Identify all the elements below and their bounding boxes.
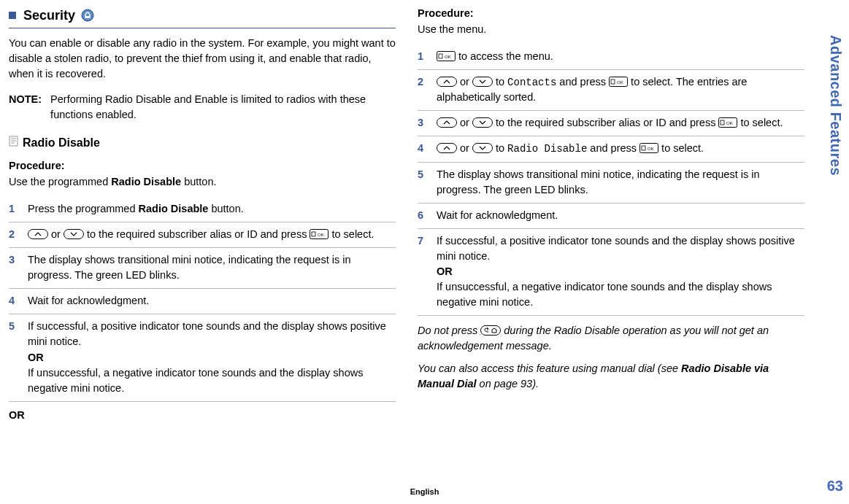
step-body: Wait for acknowledgment. xyxy=(437,208,804,223)
procedure-block-left: Procedure: Use the programmed Radio Disa… xyxy=(9,158,396,190)
svg-text:OK: OK xyxy=(445,55,451,59)
security-icon xyxy=(81,9,94,22)
italic-note-1: Do not press during the Radio Disable op… xyxy=(418,323,804,354)
svg-rect-29 xyxy=(481,325,501,335)
italic-note-2: You can also access this feature using m… xyxy=(418,361,804,392)
svg-rect-20 xyxy=(472,118,492,128)
down-button-icon xyxy=(64,229,84,241)
step-number: 2 xyxy=(418,74,428,105)
section-title: Security xyxy=(23,6,75,25)
right-step-4: 4 or to Radio Disable and press OK to se… xyxy=(418,136,804,162)
step-number: 2 xyxy=(9,227,19,242)
square-bullet-icon xyxy=(9,12,16,19)
ok-button-icon: OK xyxy=(718,117,737,130)
svg-rect-19 xyxy=(437,118,457,128)
procedure-label: Procedure: xyxy=(418,6,804,21)
or-separator: OR xyxy=(9,408,396,423)
svg-text:OK: OK xyxy=(726,121,733,125)
left-column: Security You can enable or disable any r… xyxy=(9,6,396,423)
step-body: The display shows transitional mini noti… xyxy=(28,252,396,283)
left-step-3: 3 The display shows transitional mini no… xyxy=(9,248,396,289)
note-text: Performing Radio Disable and Enable is l… xyxy=(50,92,396,123)
step-number: 1 xyxy=(418,49,428,64)
side-tab-label: Advanced Features xyxy=(825,35,846,176)
up-button-icon xyxy=(28,229,48,241)
down-button-icon xyxy=(472,117,493,130)
step-body: If successful, a positive indicator tone… xyxy=(437,233,804,310)
down-button-icon xyxy=(472,77,493,89)
subheading-row: Radio Disable xyxy=(9,134,396,151)
note-block: NOTE: Performing Radio Disable and Enabl… xyxy=(9,92,396,123)
step-number: 5 xyxy=(9,319,19,395)
procedure-text: Use the menu. xyxy=(418,22,804,37)
svg-rect-6 xyxy=(28,230,48,239)
svg-text:OK: OK xyxy=(648,147,654,151)
left-step-2: 2 or to the required subscriber alias or… xyxy=(9,222,396,248)
procedure-block-right: Procedure: Use the menu. xyxy=(418,6,804,37)
svg-rect-15 xyxy=(472,77,492,86)
step-number: 6 xyxy=(418,208,428,223)
right-column: Procedure: Use the menu. 1 OK to access … xyxy=(418,6,804,423)
document-icon xyxy=(9,136,18,150)
up-button-icon xyxy=(437,143,457,155)
note-label: NOTE: xyxy=(9,92,42,123)
left-step-4: 4 Wait for acknowledgment. xyxy=(9,289,396,314)
ok-button-icon: OK xyxy=(639,143,658,155)
step-number: 7 xyxy=(418,233,428,310)
step-body: Wait for acknowledgment. xyxy=(28,293,396,309)
right-step-6: 6 Wait for acknowledgment. xyxy=(418,203,804,229)
section-header: Security xyxy=(9,6,396,28)
subheading: Radio Disable xyxy=(23,134,100,151)
right-step-1: 1 OK to access the menu. xyxy=(418,44,804,70)
right-step-2: 2 or to Contacts and press OK to select.… xyxy=(418,70,804,111)
svg-rect-7 xyxy=(64,230,83,239)
step-number: 4 xyxy=(418,141,428,156)
step-number: 3 xyxy=(9,252,19,283)
svg-rect-24 xyxy=(437,144,457,153)
step-body: Press the programmed Radio Disable butto… xyxy=(28,201,396,217)
up-button-icon xyxy=(437,117,457,130)
ok-button-icon: OK xyxy=(310,229,329,241)
step-body: The display shows transitional mini noti… xyxy=(437,167,804,198)
page-number: 63 xyxy=(827,476,843,497)
procedure-text: Use the programmed Radio Disable button. xyxy=(9,174,396,190)
ok-button-icon: OK xyxy=(437,51,456,63)
step-body: or to Contacts and press OK to select. T… xyxy=(437,74,804,105)
step-body: If successful, a positive indicator tone… xyxy=(28,319,396,395)
step-number: 3 xyxy=(418,115,428,131)
svg-rect-14 xyxy=(437,77,457,86)
step-number: 5 xyxy=(418,167,428,198)
svg-text:OK: OK xyxy=(318,233,324,237)
left-step-5: 5 If successful, a positive indicator to… xyxy=(9,314,396,401)
step-body: or to the required subscriber alias or I… xyxy=(28,227,396,242)
right-step-5: 5 The display shows transitional mini no… xyxy=(418,163,804,203)
svg-point-0 xyxy=(82,9,93,21)
step-number: 4 xyxy=(9,293,19,309)
english-label: English xyxy=(410,486,439,498)
step-body: OK to access the menu. xyxy=(437,49,804,64)
right-step-7: 7 If successful, a positive indicator to… xyxy=(418,229,804,316)
svg-rect-25 xyxy=(472,144,492,153)
step-body: or to Radio Disable and press OK to sele… xyxy=(437,141,804,156)
down-button-icon xyxy=(472,143,493,155)
procedure-label: Procedure: xyxy=(9,158,396,174)
right-step-3: 3 or to the required subscriber alias or… xyxy=(418,111,804,136)
up-button-icon xyxy=(437,77,457,89)
step-body: or to the required subscriber alias or I… xyxy=(437,115,804,131)
svg-text:OK: OK xyxy=(617,80,623,85)
svg-rect-1 xyxy=(85,16,91,18)
ok-button-icon: OK xyxy=(609,77,628,89)
step-number: 1 xyxy=(9,201,19,217)
left-step-1: 1 Press the programmed Radio Disable but… xyxy=(9,197,396,222)
intro-text: You can enable or disable any radio in t… xyxy=(9,36,396,82)
back-home-button-icon xyxy=(480,325,501,338)
